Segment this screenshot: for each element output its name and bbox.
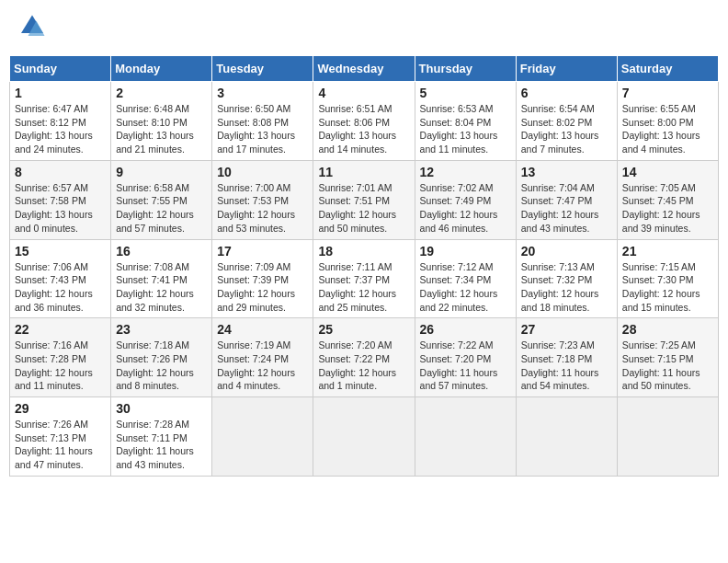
calendar-day-cell [516,397,617,477]
calendar-day-cell: 14Sunrise: 7:05 AMSunset: 7:45 PMDayligh… [617,160,718,239]
day-number: 21 [622,244,713,259]
day-number: 19 [420,244,511,259]
calendar-day-cell: 28Sunrise: 7:25 AMSunset: 7:15 PMDayligh… [617,318,718,397]
day-number: 30 [116,401,207,416]
day-info: Sunrise: 7:13 AMSunset: 7:32 PMDaylight:… [521,260,612,315]
day-number: 23 [116,322,207,337]
day-number: 10 [217,165,308,179]
calendar-day-cell: 26Sunrise: 7:22 AMSunset: 7:20 PMDayligh… [415,318,516,397]
day-info: Sunrise: 7:15 AMSunset: 7:30 PMDaylight:… [622,260,713,315]
calendar-header-row: SundayMondayTuesdayWednesdayThursdayFrid… [10,56,719,82]
calendar-day-cell: 5Sunrise: 6:53 AMSunset: 8:04 PMDaylight… [415,82,516,161]
calendar-table: SundayMondayTuesdayWednesdayThursdayFrid… [9,55,719,477]
calendar-day-cell: 27Sunrise: 7:23 AMSunset: 7:18 PMDayligh… [516,318,617,397]
day-info: Sunrise: 7:08 AMSunset: 7:41 PMDaylight:… [116,260,207,315]
day-number: 9 [116,165,207,179]
calendar-day-cell: 12Sunrise: 7:02 AMSunset: 7:49 PMDayligh… [415,160,516,239]
calendar-day-cell: 29Sunrise: 7:26 AMSunset: 7:13 PMDayligh… [10,397,111,477]
day-number: 11 [318,165,409,179]
day-info: Sunrise: 6:58 AMSunset: 7:55 PMDaylight:… [116,181,207,236]
day-info: Sunrise: 7:22 AMSunset: 7:20 PMDaylight:… [420,339,511,393]
day-info: Sunrise: 7:25 AMSunset: 7:15 PMDaylight:… [622,339,713,393]
calendar-day-cell: 10Sunrise: 7:00 AMSunset: 7:53 PMDayligh… [212,160,313,239]
day-number: 3 [217,86,308,100]
day-info: Sunrise: 6:51 AMSunset: 8:06 PMDaylight:… [318,102,409,156]
calendar-week-row: 8Sunrise: 6:57 AMSunset: 7:58 PMDaylight… [10,160,719,239]
day-info: Sunrise: 7:01 AMSunset: 7:51 PMDaylight:… [318,181,409,236]
weekday-header: Wednesday [313,56,415,82]
day-number: 16 [116,244,207,259]
day-number: 1 [15,86,106,100]
day-info: Sunrise: 7:09 AMSunset: 7:39 PMDaylight:… [217,260,308,315]
calendar-day-cell: 20Sunrise: 7:13 AMSunset: 7:32 PMDayligh… [516,239,617,318]
day-number: 26 [420,322,511,337]
day-number: 2 [116,86,207,100]
day-info: Sunrise: 6:54 AMSunset: 8:02 PMDaylight:… [521,102,612,156]
day-number: 5 [420,86,511,100]
day-number: 7 [622,86,713,100]
day-info: Sunrise: 7:06 AMSunset: 7:43 PMDaylight:… [15,260,106,315]
calendar-day-cell: 25Sunrise: 7:20 AMSunset: 7:22 PMDayligh… [313,318,415,397]
calendar-day-cell: 21Sunrise: 7:15 AMSunset: 7:30 PMDayligh… [617,239,718,318]
calendar-week-row: 29Sunrise: 7:26 AMSunset: 7:13 PMDayligh… [10,397,719,477]
calendar-day-cell: 30Sunrise: 7:28 AMSunset: 7:11 PMDayligh… [111,397,212,477]
calendar-day-cell: 22Sunrise: 7:16 AMSunset: 7:28 PMDayligh… [10,318,111,397]
day-number: 24 [217,322,308,337]
day-number: 6 [521,86,612,100]
day-info: Sunrise: 6:48 AMSunset: 8:10 PMDaylight:… [116,102,207,156]
day-number: 18 [318,244,409,259]
calendar-week-row: 22Sunrise: 7:16 AMSunset: 7:28 PMDayligh… [10,318,719,397]
calendar-day-cell: 9Sunrise: 6:58 AMSunset: 7:55 PMDaylight… [111,160,212,239]
day-number: 13 [521,165,612,179]
weekday-header: Sunday [10,56,111,82]
calendar-day-cell: 1Sunrise: 6:47 AMSunset: 8:12 PMDaylight… [10,82,111,161]
day-number: 14 [622,165,713,179]
day-info: Sunrise: 6:53 AMSunset: 8:04 PMDaylight:… [420,102,511,156]
day-info: Sunrise: 7:16 AMSunset: 7:28 PMDaylight:… [15,339,106,393]
day-info: Sunrise: 7:20 AMSunset: 7:22 PMDaylight:… [318,339,409,393]
day-number: 29 [15,401,106,416]
day-number: 8 [15,165,106,179]
day-number: 4 [318,86,409,100]
day-number: 22 [15,322,106,337]
day-info: Sunrise: 7:19 AMSunset: 7:24 PMDaylight:… [217,339,308,393]
weekday-header: Friday [516,56,617,82]
calendar-week-row: 15Sunrise: 7:06 AMSunset: 7:43 PMDayligh… [10,239,719,318]
calendar-day-cell: 4Sunrise: 6:51 AMSunset: 8:06 PMDaylight… [313,82,415,161]
day-number: 20 [521,244,612,259]
calendar-day-cell: 24Sunrise: 7:19 AMSunset: 7:24 PMDayligh… [212,318,313,397]
calendar-day-cell [212,397,313,477]
page-header [9,9,719,46]
calendar-day-cell: 11Sunrise: 7:01 AMSunset: 7:51 PMDayligh… [313,160,415,239]
calendar-day-cell: 2Sunrise: 6:48 AMSunset: 8:10 PMDaylight… [111,82,212,161]
day-info: Sunrise: 6:50 AMSunset: 8:08 PMDaylight:… [217,102,308,156]
calendar-day-cell: 18Sunrise: 7:11 AMSunset: 7:37 PMDayligh… [313,239,415,318]
weekday-header: Saturday [617,56,718,82]
weekday-header: Monday [111,56,212,82]
day-info: Sunrise: 7:26 AMSunset: 7:13 PMDaylight:… [15,418,106,472]
logo [18,14,50,41]
day-info: Sunrise: 7:02 AMSunset: 7:49 PMDaylight:… [420,181,511,236]
weekday-header: Thursday [415,56,516,82]
calendar-day-cell: 13Sunrise: 7:04 AMSunset: 7:47 PMDayligh… [516,160,617,239]
day-info: Sunrise: 7:18 AMSunset: 7:26 PMDaylight:… [116,339,207,393]
day-number: 27 [521,322,612,337]
calendar-day-cell: 6Sunrise: 6:54 AMSunset: 8:02 PMDaylight… [516,82,617,161]
calendar-day-cell: 23Sunrise: 7:18 AMSunset: 7:26 PMDayligh… [111,318,212,397]
day-info: Sunrise: 6:47 AMSunset: 8:12 PMDaylight:… [15,102,106,156]
calendar-day-cell [313,397,415,477]
day-number: 17 [217,244,308,259]
calendar-day-cell: 15Sunrise: 7:06 AMSunset: 7:43 PMDayligh… [10,239,111,318]
calendar-day-cell: 3Sunrise: 6:50 AMSunset: 8:08 PMDaylight… [212,82,313,161]
day-info: Sunrise: 7:23 AMSunset: 7:18 PMDaylight:… [521,339,612,393]
calendar-week-row: 1Sunrise: 6:47 AMSunset: 8:12 PMDaylight… [10,82,719,161]
day-info: Sunrise: 7:00 AMSunset: 7:53 PMDaylight:… [217,181,308,236]
day-number: 12 [420,165,511,179]
day-info: Sunrise: 7:04 AMSunset: 7:47 PMDaylight:… [521,181,612,236]
day-number: 15 [15,244,106,259]
calendar-day-cell: 17Sunrise: 7:09 AMSunset: 7:39 PMDayligh… [212,239,313,318]
calendar-day-cell: 8Sunrise: 6:57 AMSunset: 7:58 PMDaylight… [10,160,111,239]
day-info: Sunrise: 7:05 AMSunset: 7:45 PMDaylight:… [622,181,713,236]
day-number: 25 [318,322,409,337]
calendar-day-cell: 7Sunrise: 6:55 AMSunset: 8:00 PMDaylight… [617,82,718,161]
